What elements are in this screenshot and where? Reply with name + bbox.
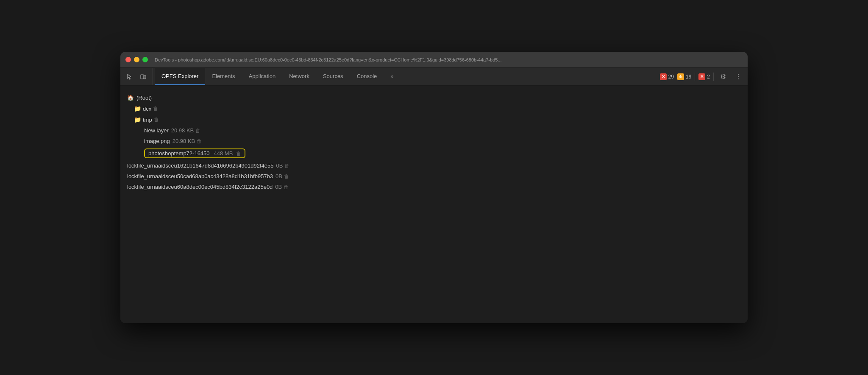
warning-badge[interactable]: ⚠ 19 bbox=[677, 73, 691, 80]
tree-row[interactable]: lockfile_urnaaidsceu1621b1647d8d4166962b… bbox=[120, 160, 748, 171]
tab-elements[interactable]: Elements bbox=[205, 68, 242, 85]
tree-row-highlighted[interactable]: photoshoptemp72-16450 448 MB 🗑 bbox=[120, 146, 748, 160]
tree-root[interactable]: 🏠 (Root) bbox=[120, 92, 748, 103]
error2-icon: ✕ bbox=[698, 73, 705, 80]
svg-rect-1 bbox=[144, 76, 146, 79]
tree-row[interactable]: 📁 tmp 🗑 bbox=[120, 114, 748, 125]
tab-opfs-explorer[interactable]: OPFS Explorer bbox=[155, 68, 205, 85]
root-label: (Root) bbox=[136, 95, 152, 101]
error2-count: 2 bbox=[707, 74, 710, 80]
file-name-lockfile2: lockfile_urnaaidsceu50cad68ab0ac43428a8d… bbox=[127, 173, 273, 179]
devtools-window: DevTools - photoshop.adobe.com/id/urn:aa… bbox=[120, 52, 748, 323]
tree-row[interactable]: image.png 20.98 KB 🗑 bbox=[120, 136, 748, 146]
tree-row[interactable]: 📁 dcx 🗑 bbox=[120, 103, 748, 114]
tab-more[interactable]: » bbox=[384, 68, 400, 85]
file-name-lockfile3: lockfile_urnaaidsceu60a8dec00ec045bd834f… bbox=[127, 184, 273, 190]
folder-icon: 📁 bbox=[134, 116, 141, 123]
trash-icon[interactable]: 🗑 bbox=[197, 138, 202, 144]
file-size-imagepng: 20.98 KB bbox=[172, 138, 195, 144]
file-size-lockfile3: 0B bbox=[275, 184, 282, 190]
trash-icon[interactable]: 🗑 bbox=[284, 174, 289, 179]
file-name-lockfile1: lockfile_urnaaidsceu1621b1647d8d4166962b… bbox=[127, 162, 274, 169]
highlighted-row-inner: photoshoptemp72-16450 448 MB 🗑 bbox=[144, 148, 245, 158]
file-size-lockfile1: 0B bbox=[276, 162, 283, 169]
tab-console[interactable]: Console bbox=[350, 68, 384, 85]
warning-icon: ⚠ bbox=[677, 73, 684, 80]
trash-icon[interactable]: 🗑 bbox=[153, 106, 158, 112]
minimize-button[interactable] bbox=[134, 57, 139, 62]
toolbar-divider2 bbox=[713, 73, 714, 81]
tabs-container: OPFS Explorer Elements Application Netwo… bbox=[155, 68, 657, 85]
error-count: 29 bbox=[668, 74, 674, 80]
file-name-imagepng: image.png bbox=[144, 138, 170, 144]
file-size-photoshoptemp: 448 MB bbox=[214, 150, 233, 157]
root-icon: 🏠 bbox=[127, 95, 134, 101]
toolbar-right: ✕ 29 ⚠ 19 ✕ 2 ⚙ ⋮ bbox=[657, 68, 744, 85]
file-size-newlayer: 20.98 KB bbox=[171, 127, 194, 134]
tab-application[interactable]: Application bbox=[242, 68, 283, 85]
close-button[interactable] bbox=[125, 57, 131, 62]
content-area: 🏠 (Root) 📁 dcx 🗑 📁 tmp 🗑 New layer 20.98… bbox=[120, 86, 748, 323]
file-name-newlayer: New layer bbox=[144, 127, 169, 134]
tree-row[interactable]: lockfile_urnaaidsceu60a8dec00ec045bd834f… bbox=[120, 182, 748, 192]
error2-badge[interactable]: ✕ 2 bbox=[698, 73, 710, 80]
device-toggle-button[interactable] bbox=[137, 71, 149, 83]
toolbar: OPFS Explorer Elements Application Netwo… bbox=[120, 68, 748, 86]
trash-icon[interactable]: 🗑 bbox=[284, 184, 289, 190]
error-icon: ✕ bbox=[660, 73, 667, 80]
trash-icon[interactable]: 🗑 bbox=[154, 117, 159, 123]
cursor-tool-button[interactable] bbox=[124, 71, 136, 83]
warning-count: 19 bbox=[686, 74, 691, 80]
tree-row[interactable]: lockfile_urnaaidsceu50cad68ab0ac43428a8d… bbox=[120, 171, 748, 182]
file-name-tmp: tmp bbox=[143, 117, 152, 123]
tab-network[interactable]: Network bbox=[282, 68, 316, 85]
maximize-button[interactable] bbox=[142, 57, 148, 62]
trash-icon[interactable]: 🗑 bbox=[284, 163, 289, 169]
file-size-lockfile2: 0B bbox=[275, 173, 282, 179]
more-options-button[interactable]: ⋮ bbox=[732, 71, 744, 83]
folder-icon: 📁 bbox=[134, 105, 141, 112]
file-name-photoshoptemp: photoshoptemp72-16450 bbox=[148, 150, 210, 157]
toolbar-left-icons bbox=[124, 68, 153, 85]
trash-icon[interactable]: 🗑 bbox=[236, 151, 241, 157]
title-bar: DevTools - photoshop.adobe.com/id/urn:aa… bbox=[120, 52, 748, 68]
tab-sources[interactable]: Sources bbox=[316, 68, 350, 85]
traffic-lights bbox=[125, 57, 148, 62]
settings-button[interactable]: ⚙ bbox=[717, 71, 729, 83]
error-badge[interactable]: ✕ 29 bbox=[660, 73, 674, 80]
window-title: DevTools - photoshop.adobe.com/id/urn:aa… bbox=[155, 57, 743, 62]
trash-icon[interactable]: 🗑 bbox=[195, 128, 200, 134]
toolbar-divider bbox=[695, 73, 695, 81]
tree-row[interactable]: New layer 20.98 KB 🗑 bbox=[120, 125, 748, 136]
svg-rect-0 bbox=[141, 75, 144, 79]
file-tree: 🏠 (Root) 📁 dcx 🗑 📁 tmp 🗑 New layer 20.98… bbox=[120, 92, 748, 192]
file-name-dcx: dcx bbox=[143, 106, 151, 112]
